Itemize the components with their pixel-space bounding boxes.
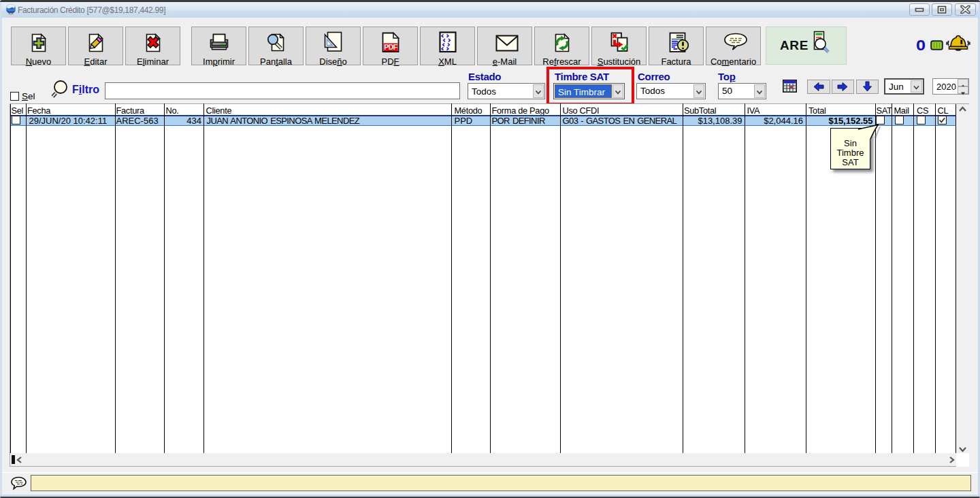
svg-text:PDF: PDF: [384, 43, 398, 51]
